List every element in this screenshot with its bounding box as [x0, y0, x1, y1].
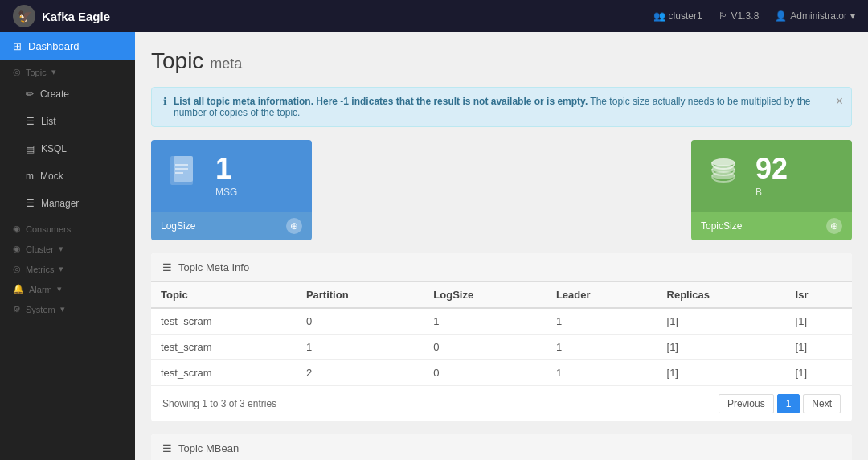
page-subtitle: meta [210, 55, 242, 72]
sidebar-section-alarm[interactable]: 🔔 Alarm ▾ [0, 277, 135, 298]
col-leader: Leader [547, 282, 657, 308]
sidebar-item-ksql[interactable]: ▤ KSQL [0, 135, 135, 162]
navbar-cluster: 👥 cluster1 [653, 10, 702, 22]
navbar-right: 👥 cluster1 🏳 V1.3.8 👤 Administrator ▾ [653, 10, 855, 22]
sidebar-section-metrics[interactable]: ◎ Metrics ▾ [0, 257, 135, 277]
info-icon: ℹ [163, 96, 167, 107]
col-topic: Topic [151, 282, 297, 308]
pagination-row: Showing 1 to 3 of 3 entries Previous 1 N… [151, 386, 852, 421]
topicsize-value: 92 [755, 154, 788, 183]
page-title: Topic meta [151, 48, 852, 74]
stats-cards: 1 MSG LogSize ⊕ [151, 140, 852, 240]
topic-icon: ◎ [13, 67, 21, 77]
alert-text: List all topic meta information. Here -1… [174, 96, 840, 118]
cluster-icon: ◉ [13, 244, 21, 254]
logsize-label: LogSize [161, 220, 195, 232]
logsize-value-block: 1 MSG [215, 154, 237, 198]
meta-info-panel: ☰ Topic Meta Info Topic Partition LogSiz… [151, 253, 852, 421]
sidebar-section-consumers[interactable]: ◉ Consumers [0, 217, 135, 237]
col-replicas: Replicas [657, 282, 786, 308]
showing-text: Showing 1 to 3 of 3 entries [162, 398, 276, 409]
svg-rect-2 [175, 164, 188, 166]
col-isr: Isr [786, 282, 852, 308]
topicsize-card-top: 92 B [691, 140, 852, 212]
dashboard-icon: ⊞ [13, 40, 22, 52]
mbean-header: ☰ Topic MBean [151, 434, 852, 460]
logsize-card-top: 1 MSG [151, 140, 312, 212]
logsize-value: 1 [215, 154, 237, 183]
logsize-unit: MSG [215, 187, 237, 198]
chevron-icon: ▾ [57, 284, 62, 294]
chevron-icon: ▾ [51, 67, 56, 77]
chevron-down-icon: ▾ [850, 10, 855, 22]
svg-point-7 [712, 171, 735, 179]
table-row: test_scram101[1][1] [151, 335, 852, 360]
chevron-icon: ▾ [59, 264, 63, 274]
create-icon: ✏ [26, 88, 34, 100]
flag-icon: 🏳 [719, 10, 728, 22]
close-icon[interactable]: × [836, 94, 843, 109]
page-1-button[interactable]: 1 [777, 394, 800, 413]
ksql-icon: ▤ [26, 143, 35, 154]
sidebar-section-system[interactable]: ⚙ System ▾ [0, 298, 135, 318]
logo-icon: 🦅 [13, 5, 35, 27]
topicsize-unit: B [755, 187, 788, 198]
chevron-icon: ▾ [60, 304, 65, 314]
panel-icon: ☰ [162, 261, 172, 273]
meta-table-body: test_scram011[1][1]test_scram101[1][1]te… [151, 308, 852, 386]
user-icon: 👤 [775, 10, 787, 22]
sidebar-item-list[interactable]: ☰ List [0, 108, 135, 135]
document-icon [164, 153, 203, 199]
sidebar: ⊞ Dashboard ◎ Topic ▾ ✏ Create ☰ List ▤ … [0, 32, 135, 460]
topicsize-detail-button[interactable]: ⊕ [826, 218, 842, 234]
navbar: 🦅 Kafka Eagle 👥 cluster1 🏳 V1.3.8 👤 Admi… [0, 0, 868, 32]
system-icon: ⚙ [13, 304, 21, 314]
table-row: test_scram201[1][1] [151, 360, 852, 386]
meta-table: Topic Partition LogSize Leader Replicas … [151, 282, 852, 386]
consumers-icon: ◉ [13, 224, 21, 234]
list-icon: ☰ [26, 116, 35, 127]
main-content: Topic meta ℹ List all topic meta informa… [135, 32, 868, 460]
navbar-logo: 🦅 Kafka Eagle [13, 5, 110, 27]
database-icon [704, 153, 743, 199]
topicsize-card: 92 B TopicSize ⊕ [691, 140, 852, 240]
cluster-icon: 👥 [653, 10, 665, 22]
previous-button[interactable]: Previous [719, 394, 774, 413]
sidebar-item-dashboard[interactable]: ⊞ Dashboard [0, 32, 135, 60]
sidebar-section-cluster[interactable]: ◉ Cluster ▾ [0, 237, 135, 257]
col-logsize: LogSize [424, 282, 547, 308]
navbar-app-name: Kafka Eagle [42, 10, 110, 23]
panel-icon: ☰ [162, 442, 172, 454]
svg-rect-3 [175, 168, 188, 170]
logsize-card: 1 MSG LogSize ⊕ [151, 140, 312, 240]
navbar-version: 🏳 V1.3.8 [719, 10, 760, 22]
sidebar-item-manager[interactable]: ☰ Manager [0, 190, 135, 217]
mbean-panel: ☰ Topic MBean Rate Mean 1 Minute 5 Minut… [151, 434, 852, 460]
topicsize-card-bottom: TopicSize ⊕ [691, 212, 852, 240]
col-partition: Partition [297, 282, 424, 308]
mock-icon: m [26, 170, 34, 182]
meta-info-header: ☰ Topic Meta Info [151, 253, 852, 282]
sidebar-item-mock[interactable]: m Mock [0, 162, 135, 190]
logsize-card-bottom: LogSize ⊕ [151, 212, 312, 240]
svg-rect-4 [175, 172, 183, 174]
logsize-detail-button[interactable]: ⊕ [286, 218, 302, 234]
manager-icon: ☰ [26, 198, 35, 209]
chevron-icon: ▾ [59, 244, 63, 254]
alarm-icon: 🔔 [13, 284, 24, 294]
alert-box: ℹ List all topic meta information. Here … [151, 87, 852, 127]
next-button[interactable]: Next [803, 394, 841, 413]
sidebar-item-create[interactable]: ✏ Create [0, 80, 135, 108]
sidebar-section-topic[interactable]: ◎ Topic ▾ [0, 60, 135, 80]
topicsize-label: TopicSize [701, 220, 742, 232]
pagination-controls: Previous 1 Next [719, 394, 841, 413]
metrics-icon: ◎ [13, 264, 21, 274]
topicsize-value-block: 92 B [755, 154, 788, 198]
meta-table-header-row: Topic Partition LogSize Leader Replicas … [151, 282, 852, 308]
navbar-user[interactable]: 👤 Administrator ▾ [775, 10, 855, 22]
table-row: test_scram011[1][1] [151, 308, 852, 335]
